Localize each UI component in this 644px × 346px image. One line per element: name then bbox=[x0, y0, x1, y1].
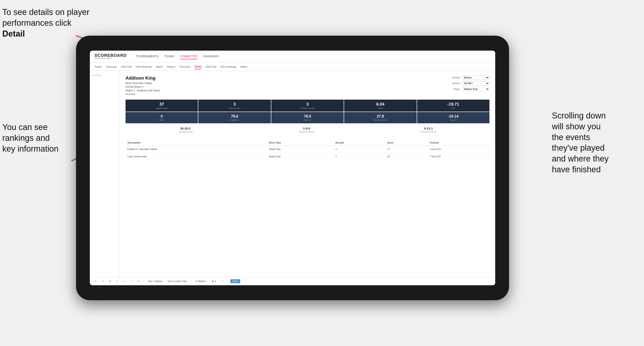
player-controls: Gender Women Men Division NJCAA I NJCAA … bbox=[448, 75, 490, 96]
record-overall: 91-20-1 Overall Record bbox=[179, 127, 192, 133]
player-school: Mesa Community College bbox=[126, 81, 160, 85]
player-header: Addison King Mesa Community College NJCA… bbox=[126, 75, 490, 96]
division-control: Division NJCAA I NJCAA II bbox=[448, 81, 490, 86]
screen-button[interactable]: 🖥 ▾ bbox=[210, 279, 217, 283]
subnav-h2h-grid2[interactable]: H2H Grid bbox=[206, 64, 216, 69]
stat-national-rank-label: National Rank bbox=[127, 107, 196, 109]
annotation-r-5: and where they bbox=[552, 154, 608, 163]
col-event-type: Event Type bbox=[267, 140, 334, 146]
save-custom-view-button[interactable]: Save Custom View bbox=[166, 279, 188, 283]
nav-tournaments[interactable]: TOURNAMENTS bbox=[136, 54, 158, 59]
subnav-matrix[interactable]: Matrix bbox=[156, 64, 163, 69]
subnav-detail[interactable]: Detail bbox=[195, 64, 202, 69]
target-button[interactable]: ⊙ bbox=[136, 279, 141, 283]
subnav-teams[interactable]: Teams bbox=[94, 64, 102, 69]
refresh-button[interactable]: ⟳ bbox=[108, 279, 113, 283]
player-select[interactable]: Addison King bbox=[462, 87, 490, 91]
player-region: Region 1 - Southwest (18) District bbox=[126, 89, 160, 92]
watch-button[interactable]: ⊕ Watch ▾ bbox=[194, 279, 208, 283]
record-overall-value: 91-20-1 bbox=[179, 127, 192, 130]
stat-points: 6.04 Points bbox=[344, 100, 416, 112]
col-tournament: Tournament bbox=[126, 140, 267, 146]
stat-sos-label: SoS bbox=[419, 107, 488, 109]
scoreboard-logo: SCOREBOARD Powered by clippd bbox=[94, 53, 127, 60]
col-position: Position bbox=[428, 140, 490, 146]
stat-wins-value: 0 bbox=[127, 114, 196, 119]
subnav-summary[interactable]: Summary bbox=[106, 64, 117, 69]
table-row: Lady Coyote Invite Stroke Play 2 16 7 ou… bbox=[126, 153, 490, 160]
annotation-r-4: they've played bbox=[552, 143, 604, 153]
left-sidebar: FILTERS bbox=[90, 71, 120, 277]
record-top50-label: Record vs top 50 bbox=[420, 131, 436, 133]
stat-conference-rank-label: Conference Rank bbox=[273, 107, 342, 109]
sub-nav: Teams Summary H2H Grid H2H Heatmap Matri… bbox=[90, 63, 495, 71]
view-original-button[interactable]: View: Original bbox=[146, 279, 164, 283]
forward-button[interactable]: ⟩ bbox=[130, 279, 133, 283]
subnav-summary2[interactable]: Summary bbox=[180, 64, 190, 69]
bottom-toolbar: ↩ ↪ ⟳ ⟨ — ⟩ ⊙ View: Original Save Custom… bbox=[90, 277, 495, 285]
col-rounds: Rounds bbox=[334, 140, 386, 146]
stat-sos-value: -19.71 bbox=[419, 102, 488, 107]
back-button[interactable]: ⟨ bbox=[116, 279, 119, 283]
player-name: Addison King bbox=[126, 75, 160, 81]
stat-points-label: Points bbox=[346, 107, 414, 109]
tournament-table: Tournament Event Type Rounds Score Posit… bbox=[126, 140, 490, 160]
annotation-bl-3: key information bbox=[2, 144, 58, 154]
stat-avg-score-label: Avg Score bbox=[200, 119, 269, 121]
record-top25: 1-5-0 Record vs top 25 bbox=[299, 127, 314, 133]
stat-avg-score-par-value: 27.8 bbox=[346, 114, 414, 119]
stat-national-rank: 37 National Rank bbox=[126, 100, 198, 112]
stat-avg-score: 79.6 Avg Score bbox=[198, 112, 271, 123]
annotation-detail-bold: Detail bbox=[2, 29, 25, 38]
record-top50-value: 5-11-1 bbox=[420, 127, 436, 130]
sidebar-section-label: FILTERS bbox=[92, 74, 117, 77]
detail-panel: Addison King Mesa Community College NJCA… bbox=[120, 71, 495, 277]
stats-row-2: 0 Wins 79.6 Avg Score 78.5 Adj Score 27.… bbox=[126, 112, 490, 123]
annotation-r-2: will show you bbox=[552, 122, 601, 131]
table-row: Estella CC- Mountain Classic Stroke Play… bbox=[126, 146, 490, 153]
stat-avg-score-value: 79.6 bbox=[200, 114, 269, 119]
stat-avg-sg-label: Avg SG bbox=[419, 119, 488, 121]
stat-sos: -19.71 SoS bbox=[417, 100, 490, 112]
records-row: 91-20-1 Overall Record 1-5-0 Record vs t… bbox=[126, 127, 490, 136]
gender-control: Gender Women Men bbox=[448, 75, 490, 80]
record-top25-label: Record vs top 25 bbox=[299, 131, 314, 133]
nav-rankings[interactable]: RANKINGS bbox=[204, 54, 219, 59]
col-score: Score bbox=[385, 140, 428, 146]
tablet-screen: SCOREBOARD Powered by clippd TOURNAMENTS… bbox=[90, 51, 495, 285]
stat-points-value: 6.04 bbox=[346, 102, 414, 107]
stat-wins-label: Wins bbox=[127, 119, 196, 121]
dash-button[interactable]: — bbox=[122, 279, 127, 283]
position-2: 7 out of 20 bbox=[428, 153, 490, 160]
stat-adj-score-value: 78.5 bbox=[273, 114, 342, 119]
expand-button[interactable]: ⤢ bbox=[220, 279, 224, 283]
subnav-h2h-grid[interactable]: H2H Grid bbox=[121, 64, 132, 69]
logo-subtitle: Powered by clippd bbox=[94, 57, 127, 60]
gender-select[interactable]: Women Men bbox=[462, 75, 490, 80]
nav-teams[interactable]: TEAMS bbox=[164, 54, 174, 59]
tablet-device: SCOREBOARD Powered by clippd TOURNAMENTS… bbox=[76, 36, 509, 300]
tournament-name-1: Estella CC- Mountain Classic bbox=[126, 146, 267, 153]
stat-avg-sg: -10.14 Avg SG bbox=[417, 112, 490, 123]
redo-button[interactable]: ↪ bbox=[101, 279, 105, 283]
stat-regional-rank: 3 Regional Rank bbox=[198, 100, 271, 112]
annotation-top-left: To see details on player performances cl… bbox=[2, 7, 90, 39]
division-select[interactable]: NJCAA I NJCAA II bbox=[462, 81, 490, 86]
stat-conference-rank: 3 Conference Rank bbox=[271, 100, 344, 112]
main-nav: TOURNAMENTS TEAMS COMMITTEE RANKINGS bbox=[136, 54, 219, 59]
stat-adj-score-label: Adj Score bbox=[273, 119, 342, 121]
stat-avg-score-par: 27.8 Avg Score to Par bbox=[344, 112, 416, 123]
event-type-1: Stroke Play bbox=[267, 146, 334, 153]
undo-button[interactable]: ↩ bbox=[93, 279, 98, 283]
logo-title: SCOREBOARD bbox=[94, 53, 127, 57]
annotation-bottom-left: You can see rankings and key information bbox=[2, 122, 80, 154]
share-button[interactable]: Share bbox=[230, 279, 240, 283]
subnav-matrix2[interactable]: Matrix bbox=[240, 64, 247, 69]
player-info: Addison King Mesa Community College NJCA… bbox=[126, 75, 160, 96]
subnav-h2h-heatmap[interactable]: H2H Heatmap bbox=[136, 64, 152, 69]
subnav-h2h-heatmap2[interactable]: H2H Heatmap bbox=[220, 64, 236, 69]
subnav-players[interactable]: Players bbox=[167, 64, 176, 69]
record-overall-label: Overall Record bbox=[179, 131, 192, 133]
main-content: FILTERS Addison King Mesa Community Coll… bbox=[90, 71, 495, 277]
nav-committee[interactable]: COMMITTEE bbox=[180, 54, 198, 59]
